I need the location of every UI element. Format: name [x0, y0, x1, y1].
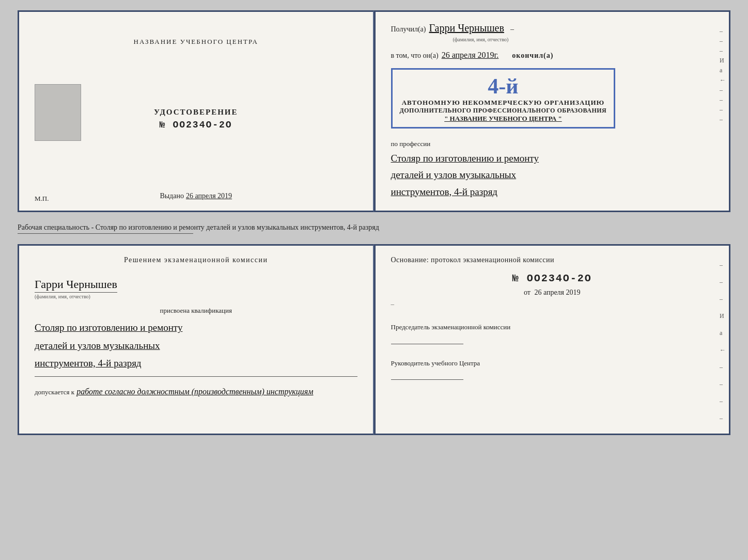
decision-title: Решением экзаменационной комиссии: [35, 256, 357, 264]
stamp-line3: " НАЗВАНИЕ УЧЕБНОГО ЦЕНТРА ": [400, 115, 607, 123]
ot-prefix: от: [524, 289, 531, 296]
br-edge-3: –: [720, 295, 726, 303]
certificate-number: № OO234O-2O: [160, 120, 232, 130]
top-document: НАЗВАНИЕ УЧЕБНОГО ЦЕНТРА УДОСТОВЕРЕНИЕ №…: [18, 10, 730, 212]
edge-mark-9: –: [720, 106, 726, 114]
head-label: Руководитель учебного Центра: [391, 359, 714, 368]
profession-line3: инструментов, 4-й разряд: [391, 184, 714, 200]
ot-date-value: 26 апреля 2019: [534, 289, 580, 296]
bottom-left-page: Решением экзаменационной комиссии Гарри …: [18, 244, 374, 435]
edge-mark-6: ←: [720, 76, 726, 84]
stamp-line2: ДОПОЛНИТЕЛЬНОГО ПРОФЕССИОНАЛЬНОГО ОБРАЗО…: [400, 107, 607, 115]
chairman-label: Председатель экзаменационной комиссии: [391, 323, 714, 332]
edge-mark-5: а: [720, 67, 726, 74]
issued-line: Выдано 26 апреля 2019: [160, 192, 232, 200]
mp-label: М.П.: [35, 195, 49, 203]
training-center-title: НАЗВАНИЕ УЧЕБНОГО ЦЕНТРА: [134, 38, 258, 46]
chairman-signature-line: [391, 344, 463, 344]
certificate-area: УДОСТОВЕРЕНИЕ № OO234O-2O: [154, 108, 238, 130]
profession-line1: Столяр по изготовлению и ремонту: [391, 150, 714, 167]
top-left-page: НАЗВАНИЕ УЧЕБНОГО ЦЕНТРА УДОСТОВЕРЕНИЕ №…: [18, 10, 374, 212]
br-edge-7: –: [720, 363, 726, 371]
qual-line2: деталей и узлов музыкальных: [35, 337, 357, 355]
edge-mark-4: И: [720, 57, 726, 65]
ot-dash: –: [391, 300, 395, 308]
separator-content: Рабочая специальность - Столяр по изгото…: [18, 223, 379, 231]
edge-mark-1: –: [720, 27, 726, 35]
ot-date: от 26 апреля 2019: [391, 289, 714, 297]
vtom-prefix: в том, что он(а): [391, 52, 439, 60]
recipient-sub: (фамилия, имя, отчество): [453, 37, 509, 42]
protocol-number: № OO234O-2O: [391, 273, 714, 284]
person-name: Гарри Чернышев: [35, 278, 117, 293]
qual-line3: инструментов, 4-й разряд: [35, 355, 357, 372]
finished-label: окончил(а): [512, 52, 553, 60]
br-edge-9: –: [720, 397, 726, 405]
vtom-line: в том, что он(а) 26 апреля 2019г. окончи…: [391, 51, 714, 60]
допускается-text: работе согласно должностным (производств…: [76, 387, 313, 396]
edge-mark-10: –: [720, 116, 726, 123]
received-prefix: Получил(а): [391, 25, 426, 34]
br-edge-5: а: [720, 329, 726, 337]
qual-line1: Столяр по изготовлению и ремонту: [35, 319, 357, 337]
separator-text: Рабочая специальность - Столяр по изгото…: [18, 220, 730, 236]
br-edge-6: ←: [720, 346, 726, 354]
recipient-line: Получил(а) Гарри Чернышев –: [391, 22, 714, 34]
edge-mark-8: –: [720, 96, 726, 104]
completion-date: 26 апреля 2019г.: [442, 51, 499, 60]
br-edge-2: –: [720, 278, 726, 286]
br-edge-4: И: [720, 312, 726, 320]
assigned-label: присвоена квалификация: [35, 307, 357, 315]
edge-mark-3: –: [720, 47, 726, 55]
edge-mark-7: –: [720, 86, 726, 94]
profession-text: Столяр по изготовлению и ремонту деталей…: [391, 150, 714, 200]
top-right-page: Получил(а) Гарри Чернышев – (фамилия, им…: [374, 10, 731, 212]
profession-line2: деталей и узлов музыкальных: [391, 167, 714, 183]
stamp-fourth: 4-й: [400, 74, 607, 99]
br-edge-1: –: [720, 261, 726, 269]
issued-date: 26 апреля 2019: [186, 192, 232, 200]
head-signature-line: [391, 379, 463, 380]
certificate-label: УДОСТОВЕРЕНИЕ: [154, 108, 238, 117]
fio-sub: (фамилия, имя, отчество): [35, 294, 90, 299]
допускается-line: допускается к работе согласно должностны…: [35, 387, 357, 396]
bottom-right-page: Основание: протокол экзаменационной коми…: [374, 244, 731, 435]
edge-mark-2: –: [720, 37, 726, 45]
stamp-box: 4-й АВТОНОМНУЮ НЕКОММЕРЧЕСКУЮ ОРГАНИЗАЦИ…: [391, 68, 616, 129]
recipient-name: Гарри Чернышев: [429, 22, 504, 34]
допускается-prefix: допускается к: [35, 388, 74, 396]
stamp-line1: АВТОНОМНУЮ НЕКОММЕРЧЕСКУЮ ОРГАНИЗАЦИЮ: [400, 99, 607, 107]
osnov-label: Основание: протокол экзаменационной коми…: [391, 256, 714, 264]
br-edge-10: –: [720, 414, 726, 422]
issued-prefix: Выдано: [160, 192, 184, 200]
bottom-document: Решением экзаменационной комиссии Гарри …: [18, 244, 730, 435]
qualification-text: Столяр по изготовлению и ремонту деталей…: [35, 319, 357, 372]
profession-label: по профессии: [391, 140, 714, 148]
photo-placeholder: [35, 84, 81, 141]
br-edge-8: –: [720, 380, 726, 388]
